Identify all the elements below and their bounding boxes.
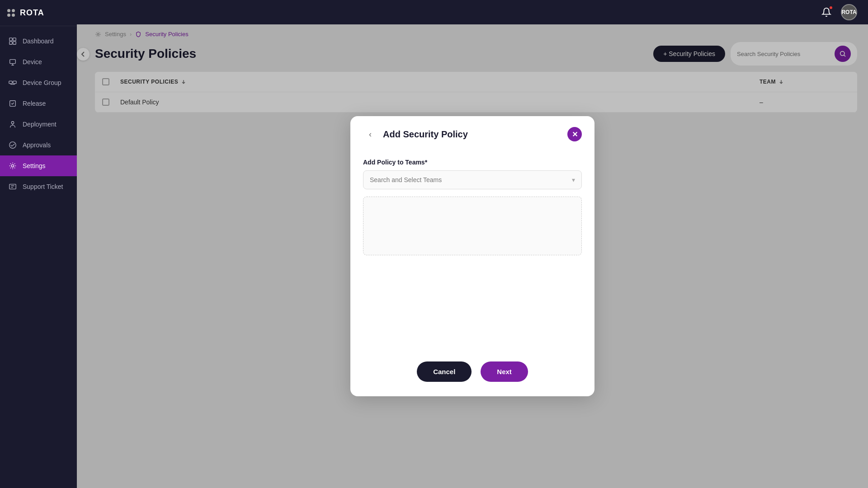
sidebar-item-deployment[interactable]: Deployment	[0, 114, 77, 135]
sidebar-item-label: Device Group	[23, 79, 61, 86]
release-icon	[8, 99, 17, 108]
modal-header: ‹ Add Security Policy ✕	[350, 116, 594, 150]
topbar: ROTA	[77, 0, 868, 24]
sidebar-item-label: Support Ticket	[23, 183, 63, 190]
svg-rect-3	[13, 42, 16, 44]
svg-rect-0	[9, 38, 12, 41]
next-button[interactable]: Next	[481, 361, 528, 382]
svg-rect-2	[9, 42, 12, 44]
sidebar-item-label: Approvals	[23, 141, 51, 149]
sidebar-item-settings[interactable]: Settings	[0, 155, 77, 176]
svg-rect-4	[10, 60, 16, 64]
device-group-icon	[8, 78, 17, 87]
sidebar-item-dashboard[interactable]: Dashboard	[0, 31, 77, 52]
svg-rect-5	[9, 81, 12, 83]
svg-point-8	[11, 122, 14, 124]
notifications-button[interactable]	[818, 4, 835, 20]
sidebar-item-support-ticket[interactable]: Support Ticket	[0, 176, 77, 197]
modal-body: Add Policy to Teams* ▾	[350, 150, 594, 352]
svg-rect-6	[13, 81, 16, 83]
modal-overlay: ‹ Add Security Policy ✕ Add Policy to Te…	[77, 24, 868, 488]
modal-back-button[interactable]: ‹	[363, 127, 377, 141]
sidebar-item-label: Dashboard	[23, 38, 54, 45]
sidebar-item-approvals[interactable]: Approvals	[0, 135, 77, 155]
main-area: ROTA Settings › Security Policies	[77, 0, 868, 488]
page-content: Settings › Security Policies Security Po…	[77, 24, 868, 488]
dashboard-icon	[8, 37, 17, 46]
sidebar-item-label: Device	[23, 58, 42, 66]
approvals-icon	[8, 141, 17, 150]
svg-point-10	[11, 164, 14, 167]
chevron-down-icon: ▾	[572, 176, 575, 183]
sidebar-item-device-group[interactable]: Device Group	[0, 72, 77, 93]
sidebar-item-label: Release	[23, 100, 46, 107]
device-icon	[8, 57, 17, 66]
sidebar-item-label: Deployment	[23, 121, 57, 128]
teams-search-input[interactable]	[370, 176, 568, 183]
app-logo	[7, 9, 15, 17]
sidebar-item-device[interactable]: Device	[0, 52, 77, 72]
settings-icon	[8, 161, 17, 170]
user-avatar[interactable]: ROTA	[841, 4, 857, 20]
cancel-button[interactable]: Cancel	[417, 361, 472, 382]
sidebar-header: ROTA	[0, 0, 77, 26]
svg-rect-11	[9, 184, 16, 189]
notification-badge	[829, 5, 833, 10]
svg-point-9	[9, 142, 16, 148]
svg-rect-1	[13, 38, 16, 41]
modal-title: Add Security Policy	[383, 129, 562, 140]
sidebar-item-release[interactable]: Release	[0, 93, 77, 114]
support-ticket-icon	[8, 182, 17, 191]
form-label: Add Policy to Teams*	[363, 159, 582, 166]
deployment-icon	[8, 120, 17, 129]
app-name: ROTA	[20, 8, 44, 18]
modal-close-button[interactable]: ✕	[567, 127, 582, 141]
sidebar-nav: Dashboard Device Device Group	[0, 26, 77, 488]
sidebar-item-label: Settings	[23, 162, 46, 169]
add-security-policy-modal: ‹ Add Security Policy ✕ Add Policy to Te…	[350, 116, 594, 396]
teams-dropdown[interactable]: ▾	[363, 170, 582, 189]
sidebar: ROTA Dashboard Device	[0, 0, 77, 488]
modal-footer: Cancel Next	[350, 352, 594, 382]
teams-selection-area	[363, 197, 582, 255]
